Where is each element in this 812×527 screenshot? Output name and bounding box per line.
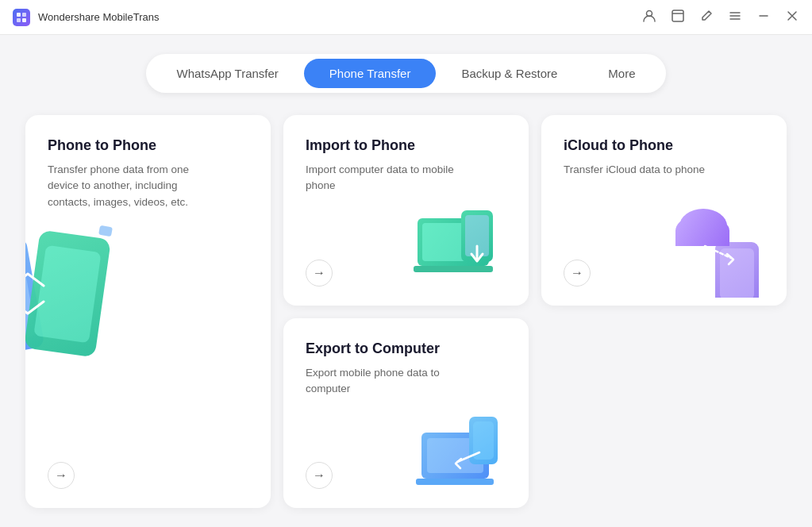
tab-backup[interactable]: Backup & Restore xyxy=(436,59,583,88)
menu-icon[interactable] xyxy=(728,9,742,26)
edit-icon[interactable] xyxy=(699,9,714,26)
illustration-icloud xyxy=(668,202,779,298)
card-desc-import: Import computer data to mobile phone xyxy=(306,162,464,194)
card-title-import: Import to Phone xyxy=(306,137,506,154)
card-arrow-icloud[interactable]: → xyxy=(564,260,591,287)
svg-rect-5 xyxy=(672,10,683,21)
title-bar: Wondershare MobileTrans xyxy=(0,0,812,35)
svg-rect-1 xyxy=(22,13,26,17)
card-title-icloud: iCloud to Phone xyxy=(564,137,764,154)
card-arrow-phone-to-phone[interactable]: → xyxy=(48,462,75,489)
svg-rect-11 xyxy=(98,225,113,237)
window-icon[interactable] xyxy=(671,9,685,26)
card-arrow-export[interactable]: → xyxy=(306,462,333,489)
card-arrow-import[interactable]: → xyxy=(306,260,333,287)
card-import-to-phone[interactable]: Import to Phone Import computer data to … xyxy=(283,115,529,306)
app-icon xyxy=(13,9,30,26)
card-icloud-to-phone[interactable]: iCloud to Phone Transfer iCloud data to … xyxy=(541,115,787,306)
svg-rect-0 xyxy=(17,13,21,17)
card-desc-phone-to-phone: Transfer phone data from one device to a… xyxy=(48,162,206,210)
card-desc-icloud: Transfer iCloud data to phone xyxy=(564,162,722,178)
card-phone-to-phone[interactable]: Phone to Phone Transfer phone data from … xyxy=(25,115,271,508)
card-title-phone-to-phone: Phone to Phone xyxy=(48,137,248,154)
illustration-phone-to-phone xyxy=(25,210,143,369)
tab-phone[interactable]: Phone Transfer xyxy=(304,59,437,88)
cards-grid: Phone to Phone Transfer phone data from … xyxy=(25,115,787,508)
illustration-export xyxy=(410,405,521,500)
svg-rect-15 xyxy=(414,266,493,272)
tab-more[interactable]: More xyxy=(583,59,660,88)
card-desc-export: Export mobile phone data to computer xyxy=(306,365,464,398)
svg-rect-3 xyxy=(22,18,26,22)
svg-rect-23 xyxy=(675,230,729,246)
main-content: WhatsApp Transfer Phone Transfer Backup … xyxy=(0,35,812,527)
svg-rect-26 xyxy=(416,479,494,485)
title-bar-left: Wondershare MobileTrans xyxy=(13,9,159,26)
app-title: Wondershare MobileTrans xyxy=(38,11,159,23)
minimize-icon[interactable] xyxy=(756,9,771,26)
svg-rect-2 xyxy=(17,18,21,22)
nav-tabs: WhatsApp Transfer Phone Transfer Backup … xyxy=(146,54,665,93)
card-title-export: Export to Computer xyxy=(306,340,506,357)
tab-whatsapp[interactable]: WhatsApp Transfer xyxy=(151,59,303,88)
illustration-import xyxy=(410,202,521,298)
profile-icon[interactable] xyxy=(642,9,656,26)
close-icon[interactable] xyxy=(785,9,799,26)
card-export-to-computer[interactable]: Export to Computer Export mobile phone d… xyxy=(283,318,529,509)
title-bar-controls xyxy=(642,9,799,26)
